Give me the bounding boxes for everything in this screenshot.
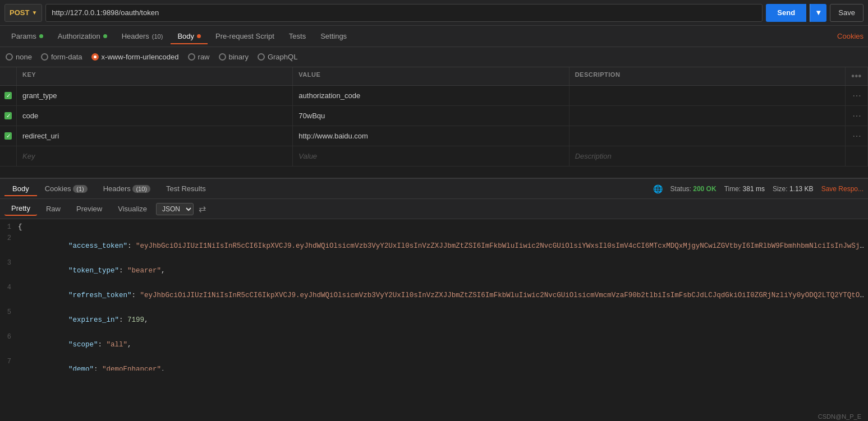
tab-authorization[interactable]: Authorization [51,29,114,44]
authorization-dot [103,34,107,38]
send-button[interactable]: Send [766,4,806,22]
radio-form-data[interactable]: form-data [41,53,82,61]
resp-tab-cookies-label: Cookies [45,184,71,193]
row1-key[interactable]: grant_type [17,86,293,105]
tab-params-label: Params [11,32,36,40]
json-line-5: 5 "expires_in": 7199, [0,308,868,332]
row2-check-icon[interactable] [4,112,12,119]
resp-tab-test-results[interactable]: Test Results [158,182,214,196]
params-table: KEY VALUE DESCRIPTION ••• grant_type aut… [0,67,868,166]
radio-raw[interactable]: raw [188,53,210,61]
radio-form-data-circle [41,53,48,61]
word-wrap-icon[interactable]: ⇄ [196,202,209,215]
row2-value[interactable]: 70wBqu [293,106,569,126]
size-label: Size: 1.13 KB [773,185,814,193]
tab-tests-label: Tests [289,32,306,40]
table-header: KEY VALUE DESCRIPTION ••• [0,67,868,86]
line-content-3: "token_type": "bearer", [18,259,868,283]
format-tabs: Pretty Raw Preview Visualize JSON ⇄ [0,199,868,219]
row2-actions[interactable]: ⋯ [846,106,868,126]
resp-tab-test-results-label: Test Results [166,184,206,193]
size-value: 1.13 KB [789,185,814,193]
line-num-6: 6 [0,333,18,357]
row2-key[interactable]: code [17,106,293,126]
json-line-4: 4 "refresh_token": "eyJhbGciOiJIUzI1NiIs… [0,283,868,308]
line-num-4: 4 [0,284,18,307]
body-dot [197,34,201,38]
resp-tab-body[interactable]: Body [4,182,37,196]
empty-key[interactable]: Key [17,146,293,166]
empty-actions [846,146,868,166]
radio-graphql-label: GraphQL [268,53,297,61]
empty-checkbox [0,146,17,166]
fmt-tab-raw[interactable]: Raw [39,202,67,215]
row3-key[interactable]: redirect_uri [17,126,293,146]
json-output: 1 { 2 "access_token": "eyJhbGciOiJIUzI1N… [0,219,868,371]
tab-settings[interactable]: Settings [314,29,353,44]
response-tabs: Body Cookies (1) Headers (10) Test Resul… [0,179,868,199]
line-num-3: 3 [0,259,18,283]
row3-check-icon[interactable] [4,132,12,140]
cookies-badge: (1) [73,185,87,193]
line-num-7: 7 [0,358,18,371]
row1-check-icon[interactable] [4,92,12,99]
tab-authorization-label: Authorization [58,32,100,40]
tab-pre-request[interactable]: Pre-request Script [209,29,281,44]
row1-description[interactable] [570,86,846,105]
fmt-tab-pretty[interactable]: Pretty [4,202,37,216]
tab-tests[interactable]: Tests [282,29,313,44]
radio-urlencoded[interactable]: x-www-form-urlencoded [91,53,179,61]
url-input[interactable] [45,4,763,22]
json-line-3: 3 "token_type": "bearer", [0,258,868,283]
send-dropdown-button[interactable]: ▼ [810,4,826,22]
tab-settings-label: Settings [320,32,347,40]
radio-binary[interactable]: binary [219,53,249,61]
cookies-link[interactable]: Cookies [837,32,864,40]
fmt-pretty-label: Pretty [11,204,30,212]
table-row: redirect_uri http://www.baidu.com ⋯ [0,126,868,146]
row3-description[interactable] [570,126,846,146]
row1-actions[interactable]: ⋯ [846,86,868,105]
request-tabs: Params Authorization Headers (10) Body P… [0,26,868,47]
resp-tab-body-label: Body [12,184,29,193]
line-content-7: "demo": "demoEnhancer", [18,358,868,371]
table-row: grant_type authorization_code ⋯ [0,86,868,106]
json-format-select[interactable]: JSON [156,203,194,215]
json-line-6: 6 "scope": "all", [0,332,868,357]
save-response-button[interactable]: Save Respo... [821,185,864,193]
json-line-2: 2 "access_token": "eyJhbGciOiJIUzI1NiIsI… [0,234,868,258]
method-selector[interactable]: POST ▼ [4,4,42,22]
radio-raw-label: raw [198,53,210,61]
row1-checkbox[interactable] [0,86,17,105]
row3-checkbox[interactable] [0,126,17,146]
fmt-tab-visualize[interactable]: Visualize [111,202,154,215]
radio-binary-circle [219,53,226,61]
resp-tab-headers[interactable]: Headers (10) [95,182,158,196]
save-button[interactable]: Save [830,4,864,22]
method-chevron-icon: ▼ [31,10,37,16]
radio-graphql[interactable]: GraphQL [258,53,297,61]
th-value: VALUE [293,67,569,85]
radio-none[interactable]: none [6,53,32,61]
tab-params[interactable]: Params [4,29,50,44]
row2-description[interactable] [570,106,846,126]
line-content-4: "refresh_token": "eyJhbGciOiJIUzI1NiIsIn… [18,284,868,307]
row3-value[interactable]: http://www.baidu.com [293,126,569,146]
row3-actions[interactable]: ⋯ [846,126,868,146]
params-dot [39,34,43,38]
status-bar: 🌐 Status: 200 OK Time: 381 ms Size: 1.13… [653,184,864,193]
radio-urlencoded-inner [94,55,97,58]
empty-value[interactable]: Value [293,146,569,166]
line-num-5: 5 [0,308,18,332]
tab-pre-request-label: Pre-request Script [215,32,274,40]
resp-tab-cookies[interactable]: Cookies (1) [37,182,95,196]
radio-raw-circle [188,53,195,61]
fmt-tab-preview[interactable]: Preview [70,202,109,215]
th-checkbox [0,67,17,85]
tab-body[interactable]: Body [171,29,208,44]
tab-headers[interactable]: Headers (10) [115,29,170,44]
empty-description[interactable]: Description [570,146,846,166]
row1-value[interactable]: authorization_code [293,86,569,105]
radio-urlencoded-circle [91,53,99,61]
row2-checkbox[interactable] [0,106,17,126]
